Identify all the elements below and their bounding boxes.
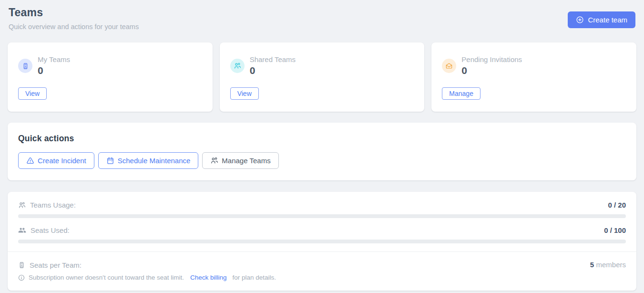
seats-per-team-label: Seats per Team: — [30, 261, 82, 269]
create-incident-button[interactable]: Create Incident — [18, 152, 94, 169]
id-badge-icon — [18, 59, 32, 73]
page-header: Teams Quick overview and actions for you… — [8, 6, 636, 31]
view-shared-teams-button[interactable]: View — [230, 87, 259, 100]
seats-used-label: Seats Used: — [31, 226, 70, 234]
quick-actions-title: Quick actions — [18, 134, 626, 144]
id-badge-outline-icon — [18, 262, 25, 269]
users-icon — [230, 59, 245, 73]
stats-row: My Teams 0 View Shared Teams 0 View — [8, 42, 636, 112]
quick-actions-card: Quick actions Create Incident Schedule M… — [8, 123, 636, 180]
seats-per-team-row: Seats per Team: 5 members — [18, 252, 626, 269]
my-teams-stat: My Teams 0 — [18, 55, 202, 76]
pending-invitations-card: Pending Invitations 0 Manage — [431, 42, 636, 112]
schedule-maintenance-button[interactable]: Schedule Maintenance — [98, 152, 199, 169]
check-billing-link[interactable]: Check billing — [190, 274, 227, 281]
manage-teams-button[interactable]: Manage Teams — [202, 152, 278, 169]
pending-invitations-count: 0 — [461, 65, 522, 76]
teams-usage-row: Teams Usage: 0 / 20 — [18, 201, 626, 209]
pending-invitations-label: Pending Invitations — [461, 55, 522, 63]
create-team-button[interactable]: Create team — [568, 11, 635, 28]
user-group-outline-icon — [18, 201, 26, 209]
create-team-button-label: Create team — [588, 16, 627, 24]
seats-per-team-value: 5 — [590, 261, 594, 269]
view-my-teams-button[interactable]: View — [18, 87, 47, 100]
manage-invitations-button[interactable]: Manage — [442, 87, 480, 100]
calendar-icon — [106, 157, 114, 165]
pending-invitations-stat: Pending Invitations 0 — [442, 55, 626, 76]
seats-per-team-unit: members — [596, 261, 626, 269]
plus-circle-icon — [576, 16, 584, 24]
note-suffix: for plan details. — [233, 274, 276, 281]
warning-triangle-icon — [26, 157, 34, 165]
seats-used-value: 0 / 100 — [604, 226, 626, 234]
my-teams-count: 0 — [38, 65, 70, 76]
page-subtitle: Quick overview and actions for your team… — [9, 23, 139, 31]
shared-teams-card: Shared Teams 0 View — [220, 42, 425, 112]
people-filled-icon — [18, 226, 26, 234]
usage-card: Teams Usage: 0 / 20 Seats Used: 0 / 100 — [8, 192, 636, 291]
teams-usage-label: Teams Usage: — [30, 201, 76, 209]
seat-limit-note: Subscription owner doesn't count toward … — [18, 274, 626, 281]
seats-used-row: Seats Used: 0 / 100 — [18, 226, 626, 234]
seats-used-progressbar — [18, 240, 626, 243]
user-group-icon — [210, 157, 218, 165]
note-text: Subscription owner doesn't count toward … — [29, 274, 184, 281]
create-incident-label: Create Incident — [38, 157, 86, 165]
page-header-text: Teams Quick overview and actions for you… — [9, 6, 139, 31]
info-circle-icon — [18, 274, 25, 281]
page-title: Teams — [9, 6, 139, 19]
my-teams-card: My Teams 0 View — [8, 42, 213, 112]
shared-teams-label: Shared Teams — [250, 55, 296, 63]
teams-usage-value: 0 / 20 — [608, 201, 626, 209]
my-teams-label: My Teams — [38, 55, 70, 63]
open-envelope-icon — [442, 59, 456, 73]
teams-usage-progressbar — [18, 214, 626, 218]
shared-teams-count: 0 — [250, 65, 296, 76]
schedule-maintenance-label: Schedule Maintenance — [118, 157, 191, 165]
shared-teams-stat: Shared Teams 0 — [230, 55, 414, 76]
teams-page: Teams Quick overview and actions for you… — [0, 0, 644, 291]
manage-teams-label: Manage Teams — [222, 157, 270, 165]
quick-actions-buttons: Create Incident Schedule Maintenance Man… — [18, 152, 626, 169]
